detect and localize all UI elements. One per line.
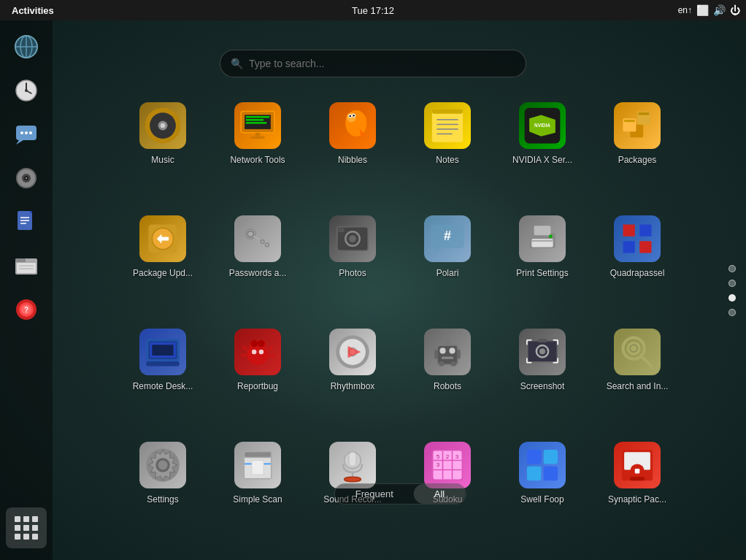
app-label-settings: Settings (147, 494, 178, 505)
page-dot-1[interactable] (728, 265, 736, 272)
screen-icon[interactable]: ⬜ (696, 4, 709, 16)
tab-frequent[interactable]: Frequent (335, 484, 414, 504)
app-label-notes: Notes (436, 155, 458, 165)
app-icon-photos (329, 215, 376, 262)
app-label-passwords: Passwords a... (229, 268, 287, 278)
app-swellfoop[interactable]: Swell Foop (499, 433, 586, 513)
app-photos[interactable]: Photos (309, 207, 396, 287)
svg-rect-90 (152, 345, 173, 356)
app-label-simplescan: Simple Scan (233, 494, 282, 505)
app-icon-music (139, 102, 186, 149)
svg-point-73 (349, 235, 356, 242)
sidebar-item-chat[interactable] (6, 114, 47, 155)
main-area: ? 🔍 Music (0, 20, 746, 560)
svg-line-97 (242, 346, 247, 350)
svg-point-102 (259, 350, 264, 355)
grid-dots-icon (15, 516, 38, 540)
page-dot-2[interactable] (728, 280, 736, 287)
svg-text:3: 3 (455, 453, 459, 460)
app-quadra[interactable]: Quadrapassel (593, 207, 681, 287)
sidebar-item-speaker[interactable] (6, 158, 47, 199)
app-icon-robots (424, 329, 471, 375)
keyboard-layout[interactable]: en↑ (678, 5, 692, 15)
app-searchind[interactable]: Search and In... (593, 320, 681, 400)
svg-rect-160 (544, 467, 558, 481)
svg-rect-25 (17, 263, 36, 273)
app-icon-notes (424, 102, 471, 149)
power-icon[interactable]: ⏻ (730, 4, 740, 16)
app-nibbles[interactable]: Nibbles (309, 93, 396, 174)
svg-rect-114 (434, 350, 438, 359)
svg-point-133 (626, 341, 641, 356)
svg-rect-113 (445, 339, 450, 346)
svg-rect-62 (639, 112, 650, 115)
activities-button[interactable]: Activities (6, 0, 60, 20)
svg-rect-115 (457, 350, 461, 359)
app-robots[interactable]: Robots (404, 320, 491, 400)
svg-rect-74 (339, 228, 345, 232)
sidebar-item-help[interactable]: ? (6, 289, 47, 330)
app-label-packages: Packages (618, 155, 657, 165)
app-grid-button[interactable] (6, 507, 47, 548)
app-notes[interactable]: Notes (404, 93, 491, 174)
app-synaptic[interactable]: Synaptic Pac... (593, 433, 681, 513)
svg-point-82 (549, 234, 553, 238)
svg-rect-165 (630, 477, 645, 480)
app-polari[interactable]: # Polari (404, 207, 491, 287)
svg-marker-10 (16, 140, 23, 145)
app-pkgupd[interactable]: Package Upd... (119, 207, 207, 287)
app-label-nibbles: Nibbles (338, 155, 367, 165)
app-screenshot[interactable]: Screenshot (499, 320, 586, 400)
app-nettools[interactable]: Network Tools (214, 93, 301, 174)
svg-text:?: ? (24, 306, 28, 314)
page-dot-3[interactable] (728, 294, 736, 302)
search-input[interactable] (249, 58, 515, 69)
sidebar-item-document[interactable] (6, 202, 47, 242)
app-reportbug[interactable]: Reportbug (214, 320, 301, 400)
search-icon: 🔍 (231, 58, 243, 69)
app-rhythmbox[interactable]: Rhythmbox (309, 320, 396, 400)
app-label-reportbug: Reportbug (237, 381, 278, 391)
app-label-swellfoop: Swell Foop (520, 494, 564, 505)
svg-rect-85 (623, 241, 635, 253)
app-label-nvidia: NVIDIA X Ser... (512, 155, 572, 165)
svg-point-47 (350, 115, 351, 117)
app-remote[interactable]: Remote Desk... (119, 320, 207, 400)
topbar: Activities Tue 17:12 en↑ ⬜ 🔊 ⏻ (0, 0, 746, 20)
app-label-rhythmbox: Rhythmbox (331, 381, 375, 391)
app-packages[interactable]: Packages (593, 93, 681, 174)
sidebar-item-globe[interactable] (6, 26, 47, 67)
svg-rect-117 (451, 361, 456, 367)
svg-rect-116 (439, 361, 445, 367)
volume-icon[interactable]: 🔊 (713, 4, 726, 16)
svg-text:2: 2 (446, 453, 450, 460)
app-music[interactable]: Music (119, 93, 207, 174)
tab-all[interactable]: All (414, 484, 465, 504)
svg-point-137 (158, 461, 168, 470)
svg-point-17 (26, 177, 27, 179)
app-icon-searchind (614, 329, 661, 375)
svg-rect-86 (639, 241, 651, 253)
app-passwords[interactable]: Passwords a... (214, 207, 301, 287)
app-nvidia[interactable]: NVIDIA NVIDIA X Ser... (499, 93, 586, 174)
app-print[interactable]: Print Settings (499, 207, 586, 287)
svg-rect-42 (250, 137, 265, 139)
svg-rect-139 (245, 452, 271, 457)
app-label-print: Print Settings (516, 268, 568, 278)
sidebar-item-filemanager[interactable] (6, 245, 47, 286)
app-icon-reportbug (234, 329, 281, 375)
sidebar-item-clock[interactable] (6, 70, 47, 111)
app-label-robots: Robots (434, 381, 461, 391)
app-grid: Music Network Tools Nibbles Notes (115, 93, 685, 546)
topbar-right: en↑ ⬜ 🔊 ⏻ (678, 4, 740, 16)
app-label-synaptic: Synaptic Pac... (608, 494, 666, 505)
svg-rect-41 (255, 133, 261, 137)
topbar-left: Activities (6, 0, 60, 20)
app-icon-polari: # (424, 215, 471, 262)
page-dot-4[interactable] (728, 309, 736, 316)
svg-rect-39 (246, 119, 264, 120)
app-icon-rhythmbox (329, 329, 376, 375)
app-simplescan[interactable]: Simple Scan (214, 433, 301, 513)
app-settings[interactable]: Settings (119, 433, 207, 513)
app-icon-remote (139, 329, 186, 375)
